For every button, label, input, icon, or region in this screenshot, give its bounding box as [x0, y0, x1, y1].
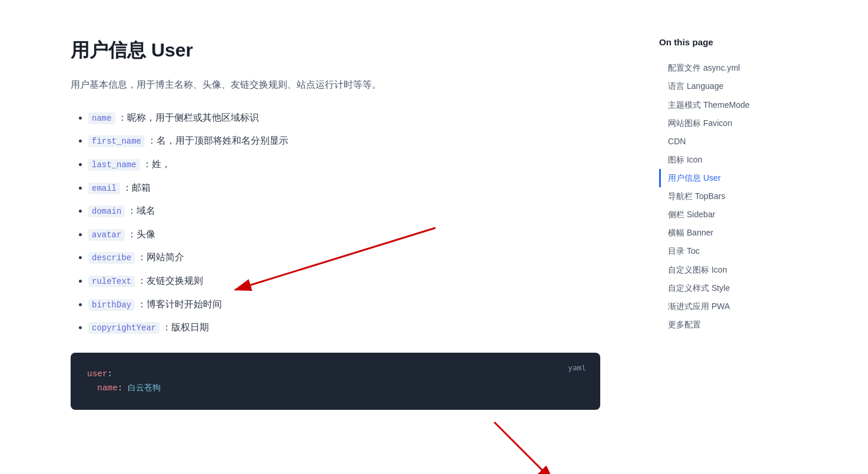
list-item: ruleText：友链交换规则: [88, 273, 600, 289]
code-key-user: user: [87, 369, 108, 379]
toc-item[interactable]: 主题模式 ThemeMode: [659, 96, 836, 114]
sidebar-toc: On this page 配置文件 async.yml语言 Language主题…: [647, 0, 859, 474]
toc-list: 配置文件 async.yml语言 Language主题模式 ThemeMode网…: [659, 59, 836, 334]
content-area: name：昵称，用于侧栏或其他区域标识first_name：名，用于顶部将姓和名…: [71, 110, 600, 410]
toc-item[interactable]: 目录 Toc: [659, 242, 836, 260]
list-item: last_name：姓，: [88, 157, 600, 172]
toc-item[interactable]: 横幅 Banner: [659, 224, 836, 242]
page-subtitle: 用户基本信息，用于博主名称、头像、友链交换规则、站点运行计时等等。: [71, 77, 600, 92]
toc-item[interactable]: 导航栏 TopBars: [659, 187, 836, 205]
page-title: 用户信息 User: [71, 35, 600, 65]
toc-item[interactable]: 图标 Icon: [659, 151, 836, 169]
bullet-code-tag: last_name: [88, 159, 140, 171]
bullet-code-tag: avatar: [88, 229, 125, 241]
list-item: birthDay：博客计时开始时间: [88, 297, 600, 312]
toc-item[interactable]: 自定义图标 Icon: [659, 261, 836, 279]
toc-item[interactable]: 自定义样式 Style: [659, 279, 836, 297]
list-item: email：邮箱: [88, 180, 600, 195]
bullet-code-tag: birthDay: [88, 299, 135, 311]
bullet-list: name：昵称，用于侧栏或其他区域标识first_name：名，用于顶部将姓和名…: [71, 110, 600, 335]
toc-item[interactable]: 更多配置: [659, 316, 836, 334]
toc-item[interactable]: 配置文件 async.yml: [659, 59, 836, 77]
code-block: yaml user: name: 白云苍狗: [71, 353, 600, 410]
bullet-code-tag: name: [88, 112, 115, 124]
code-value-name: 白云苍狗: [128, 383, 161, 393]
list-item: domain：域名: [88, 203, 600, 218]
list-item: first_name：名，用于顶部将姓和名分别显示: [88, 133, 600, 148]
toc-item[interactable]: CDN: [659, 132, 836, 151]
main-content: 用户信息 User 用户基本信息，用于博主名称、头像、友链交换规则、站点运行计时…: [0, 0, 647, 474]
list-item: copyrightYear：版权日期: [88, 320, 600, 335]
page-layout: 用户信息 User 用户基本信息，用于博主名称、头像、友链交换规则、站点运行计时…: [0, 0, 868, 474]
code-block-label: yaml: [568, 362, 586, 374]
bullet-code-tag: ruleText: [88, 276, 135, 287]
list-item: describe：网站简介: [88, 250, 600, 265]
toc-item[interactable]: 用户信息 User: [659, 169, 836, 187]
toc-item[interactable]: 渐进式应用 PWA: [659, 297, 836, 316]
bullet-code-tag: first_name: [88, 135, 145, 147]
toc-item[interactable]: 语言 Language: [659, 77, 836, 95]
code-key-name: name: [87, 383, 118, 393]
toc-item[interactable]: 侧栏 Sidebar: [659, 205, 836, 224]
bullet-code-tag: email: [88, 183, 120, 194]
svg-line-3: [494, 422, 553, 474]
list-item: name：昵称，用于侧栏或其他区域标识: [88, 110, 600, 125]
code-line-1: user:: [87, 367, 584, 381]
list-item: avatar：头像: [88, 227, 600, 242]
bullet-code-tag: copyrightYear: [88, 322, 159, 334]
code-line-2: name: 白云苍狗: [87, 381, 584, 395]
bullet-code-tag: describe: [88, 252, 135, 264]
toc-title: On this page: [659, 35, 836, 49]
toc-item[interactable]: 网站图标 Favicon: [659, 114, 836, 132]
bullet-code-tag: domain: [88, 205, 125, 217]
